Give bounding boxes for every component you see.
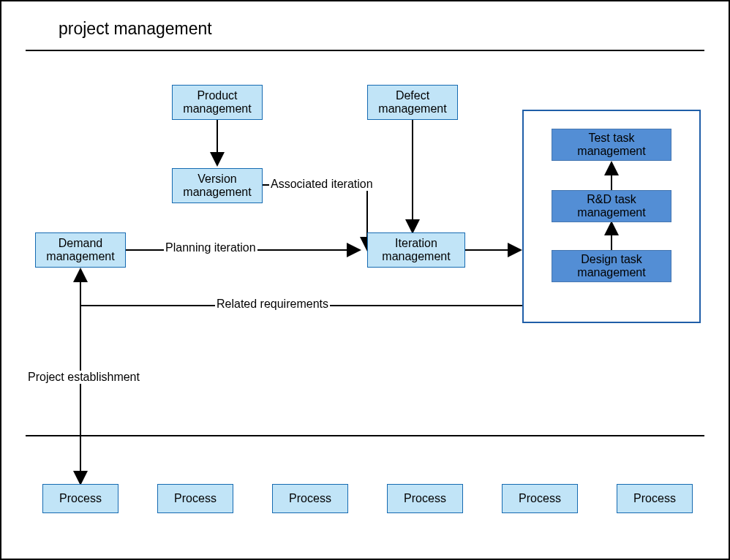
node-process-2: Process bbox=[157, 484, 233, 513]
node-version-management: Version management bbox=[172, 168, 263, 203]
node-iteration-management: Iteration management bbox=[367, 232, 465, 268]
diagram-title: project management bbox=[59, 19, 212, 39]
node-defect-management: Defect management bbox=[367, 85, 458, 120]
node-process-6: Process bbox=[617, 484, 693, 513]
divider-bottom bbox=[26, 435, 704, 436]
label-related-requirements: Related requirements bbox=[215, 298, 330, 311]
node-process-4: Process bbox=[387, 484, 463, 513]
diagram-canvas: project management Demand management Pro… bbox=[0, 0, 730, 560]
node-design-task-management: Design task management bbox=[552, 250, 671, 282]
node-process-5: Process bbox=[502, 484, 578, 513]
node-rnd-task-management: R&D task management bbox=[552, 190, 671, 222]
label-associated-iteration: Associated iteration bbox=[269, 178, 375, 191]
label-project-establishment: Project establishment bbox=[26, 371, 141, 384]
node-product-management: Product management bbox=[172, 85, 263, 120]
label-planning-iteration: Planning iteration bbox=[164, 241, 257, 254]
node-demand-management: Demand management bbox=[35, 232, 126, 268]
node-test-task-management: Test task management bbox=[552, 129, 671, 161]
divider-top bbox=[26, 50, 704, 51]
node-process-3: Process bbox=[272, 484, 348, 513]
node-process-1: Process bbox=[42, 484, 118, 513]
